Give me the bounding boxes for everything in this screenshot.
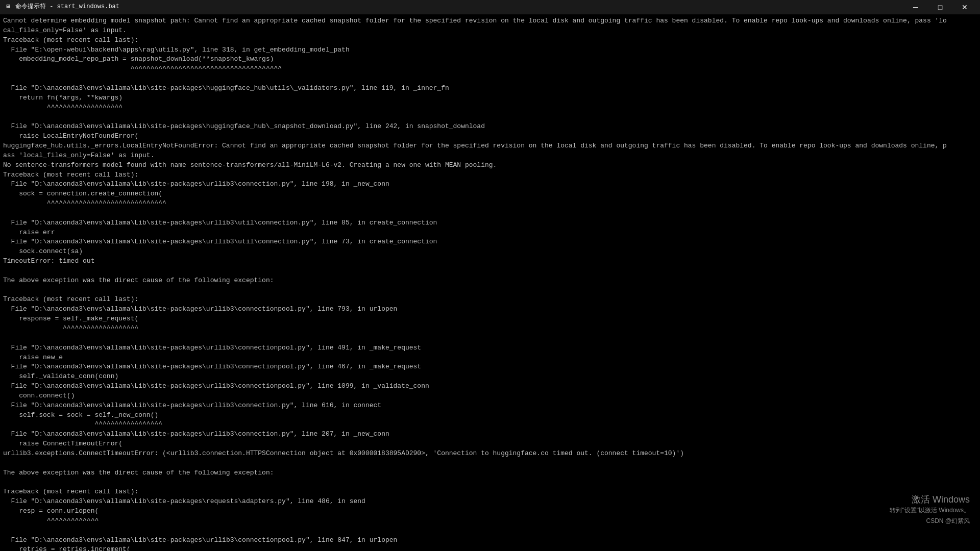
terminal-line: File "D:\anaconda3\envs\allama\Lib\site-… xyxy=(3,218,977,228)
terminal-line: File "D:\anaconda3\envs\allama\Lib\site-… xyxy=(3,305,977,314)
activate-title: 激活 Windows xyxy=(890,493,970,506)
terminal-line: Traceback (most recent call last): xyxy=(3,487,977,497)
terminal-line xyxy=(3,334,977,343)
title-bar-controls: ─ □ ✕ xyxy=(904,0,976,14)
terminal-line: File "D:\anaconda3\envs\allama\Lib\site-… xyxy=(3,401,977,411)
terminal-line: huggingface_hub.utils._errors.LocalEntry… xyxy=(3,141,977,151)
terminal-line: File "D:\anaconda3\envs\allama\Lib\site-… xyxy=(3,343,977,353)
terminal-line: The above exception was the direct cause… xyxy=(3,276,977,286)
terminal-line: File "D:\anaconda3\envs\allama\Lib\site-… xyxy=(3,382,977,391)
terminal-line: File "D:\anaconda3\envs\allama\Lib\site-… xyxy=(3,497,977,507)
terminal-line: resp = conn.urlopen( xyxy=(3,507,977,516)
terminal-line: Traceback (most recent call last): xyxy=(3,170,977,180)
terminal-line: raise err xyxy=(3,228,977,238)
terminal-line: Cannot determine embedding model snapsho… xyxy=(3,16,977,26)
terminal-line: No sentence-transformers model found wit… xyxy=(3,161,977,170)
terminal-line: ^^^^^^^^^^^^^ xyxy=(3,516,977,526)
terminal-line: ^^^^^^^^^^^^^^^^^^^^^^^^^^^^^^ xyxy=(3,199,977,209)
terminal-line: File "E:\open-webui\backend\apps\rag\uti… xyxy=(3,45,977,55)
terminal-line: TimeoutError: timed out xyxy=(3,257,977,266)
terminal-line: return fn(*args, **kwargs) xyxy=(3,93,977,103)
terminal-line xyxy=(3,266,977,276)
windows-activate: 激活 Windows 转到"设置"以激活 Windows。 CSDN @幻紫风 xyxy=(890,493,970,525)
terminal-line: The above exception was the direct cause… xyxy=(3,468,977,478)
terminal-line: File "D:\anaconda3\envs\allama\Lib\site-… xyxy=(3,237,977,247)
terminal-line: File "D:\anaconda3\envs\allama\Lib\site-… xyxy=(3,536,977,545)
terminal-line xyxy=(3,74,977,84)
csdn-watermark: CSDN @幻紫风 xyxy=(890,517,970,525)
terminal-line: File "D:\anaconda3\envs\allama\Lib\site-… xyxy=(3,180,977,189)
terminal-line: ^^^^^^^^^^^^^^^^^^^ xyxy=(3,324,977,334)
terminal-line: sock.connect(sa) xyxy=(3,247,977,257)
terminal-icon: ⊞ xyxy=(4,3,12,11)
terminal-line: embedding_model_repo_path = snapshot_dow… xyxy=(3,55,977,64)
title-bar-left: ⊞ 命令提示符 - start_windows.bat xyxy=(4,3,119,11)
terminal-line xyxy=(3,112,977,122)
terminal-line: File "D:\anaconda3\envs\allama\Lib\site-… xyxy=(3,362,977,372)
terminal-line xyxy=(3,459,977,468)
terminal-line: ass 'local_files_only=False' as input. xyxy=(3,151,977,161)
terminal-line: response = self._make_request( xyxy=(3,314,977,324)
terminal-line: File "D:\anaconda3\envs\allama\Lib\site-… xyxy=(3,122,977,132)
terminal-line: File "D:\anaconda3\envs\allama\Lib\site-… xyxy=(3,430,977,439)
terminal-line: File "D:\anaconda3\envs\allama\Lib\site-… xyxy=(3,84,977,93)
title-bar: ⊞ 命令提示符 - start_windows.bat ─ □ ✕ xyxy=(0,0,980,14)
terminal-line: self._validate_conn(conn) xyxy=(3,372,977,382)
maximize-button[interactable]: □ xyxy=(929,0,951,14)
terminal-line xyxy=(3,209,977,218)
terminal-line: self.sock = sock = self._new_conn() xyxy=(3,411,977,420)
terminal-line: ^^^^^^^^^^^^^^^^^^^ xyxy=(3,103,977,113)
terminal-line xyxy=(3,286,977,295)
terminal-line: conn.connect() xyxy=(3,391,977,401)
terminal-line: Traceback (most recent call last): xyxy=(3,36,977,45)
title-bar-title: 命令提示符 - start_windows.bat xyxy=(15,3,119,11)
terminal-line: cal_files_only=False' as input. xyxy=(3,26,977,36)
terminal-line: ^^^^^^^^^^^^^^^^^^^^^^^^^^^^^^^^^^^^^^ xyxy=(3,64,977,74)
activate-sub: 转到"设置"以激活 Windows。 xyxy=(890,506,970,515)
terminal-line: Traceback (most recent call last): xyxy=(3,295,977,305)
terminal-line xyxy=(3,478,977,488)
terminal-line: raise LocalEntryNotFoundError( xyxy=(3,132,977,141)
terminal-content: Cannot determine embedding model snapsho… xyxy=(3,16,977,551)
minimize-button[interactable]: ─ xyxy=(904,0,927,14)
terminal-body: Cannot determine embedding model snapsho… xyxy=(0,14,980,551)
terminal-line: raise new_e xyxy=(3,353,977,363)
terminal-line: retries = retries.increment( xyxy=(3,545,977,551)
terminal-line: raise ConnectTimeoutError( xyxy=(3,439,977,449)
terminal-line: ^^^^^^^^^^^^^^^^^ xyxy=(3,420,977,430)
close-button[interactable]: ✕ xyxy=(953,0,976,14)
terminal-line xyxy=(3,526,977,536)
terminal-line: urllib3.exceptions.ConnectTimeoutError: … xyxy=(3,449,977,459)
terminal-line: sock = connection.create_connection( xyxy=(3,189,977,199)
